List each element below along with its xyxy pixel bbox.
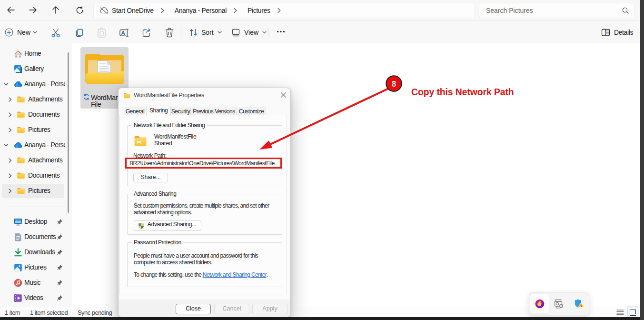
svg-text:8: 8 [392,80,396,88]
